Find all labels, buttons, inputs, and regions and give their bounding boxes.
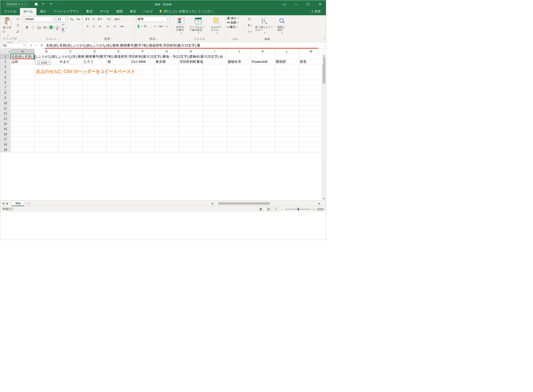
cell[interactable] [59,126,83,132]
cell[interactable] [35,101,59,106]
cell[interactable] [203,70,227,75]
cell[interactable] [251,116,275,121]
cell[interactable] [227,126,251,132]
row-header-5[interactable]: 5 [0,75,11,80]
cell-styles-button[interactable]: セルのスタイル▾ [210,16,223,35]
cell[interactable] [299,75,323,80]
cell[interactable] [107,116,131,121]
row-header-15[interactable]: 15 [0,126,11,132]
column-header-M[interactable]: M [299,49,323,54]
row-header-7[interactable]: 7 [0,85,11,90]
zoom-out-icon[interactable]: − [281,208,283,211]
column-header-F[interactable]: F [131,49,155,54]
cell-A2[interactable]: 山田 [11,59,35,64]
insert-cells-button[interactable]: ➕挿入▾ [227,16,239,20]
cell[interactable] [275,126,299,132]
cell[interactable] [179,111,203,116]
cell[interactable] [83,126,107,132]
spreadsheet-grid[interactable]: ABCDEFGHIJKLM 12345678910111213141516171… [0,49,326,200]
cell[interactable] [251,80,275,85]
sheet-nav-next-icon[interactable]: ▶ [6,202,9,205]
cell[interactable] [131,137,155,142]
cell[interactable] [35,85,59,90]
cell[interactable] [11,70,35,75]
cell[interactable] [299,106,323,111]
cell[interactable] [275,116,299,121]
column-header-L[interactable]: L [275,49,299,54]
cell[interactable] [251,95,275,101]
accounting-format-icon[interactable]: 💲▾ [136,24,142,29]
tab-view[interactable]: 表示 [126,8,140,15]
format-painter-icon[interactable]: 🖌 [15,29,21,34]
underline-button[interactable]: U▾ [36,25,42,30]
cell[interactable] [59,121,83,126]
cell[interactable] [59,137,83,142]
cell[interactable] [179,147,203,152]
cell[interactable] [299,101,323,106]
cell[interactable] [203,142,227,147]
cell[interactable] [59,95,83,101]
fill-icon[interactable]: ⬇▾ [247,22,253,28]
cell[interactable] [59,85,83,90]
formula-cancel-icon[interactable]: ✕ [30,43,33,47]
number-format-combo[interactable]: 標準▾ [136,16,170,22]
sort-filter-button[interactable]: AZ 並べ替えとフィルター▾ [254,16,275,35]
cell[interactable] [35,106,59,111]
tab-home[interactable]: ホーム [20,8,36,15]
cell[interactable] [11,111,35,116]
cell[interactable] [275,85,299,90]
cell[interactable] [299,126,323,132]
cell[interactable] [35,80,59,85]
cell[interactable] [107,121,131,126]
cell[interactable] [155,142,179,147]
cell[interactable] [299,116,323,121]
row-header-9[interactable]: 9 [0,95,11,101]
share-button[interactable]: ⇪ 共有 [308,8,323,15]
cell[interactable] [179,85,203,90]
align-middle-icon[interactable]: ≡ [91,16,96,22]
cell[interactable] [251,106,275,111]
cell[interactable] [83,147,107,152]
cell[interactable] [107,90,131,95]
cell-L2[interactable]: 開発部 [275,59,299,64]
cell-D2[interactable]: たろう [83,59,107,64]
cell[interactable] [227,137,251,142]
conditional-formatting-button[interactable]: 条件付き書式▾ [175,16,187,35]
new-sheet-button[interactable]: + [26,201,31,206]
cell[interactable] [299,90,323,95]
row-header-17[interactable]: 17 [0,137,11,142]
fill-color-button[interactable]: 🪣▾ [49,25,55,30]
cell-K2[interactable]: Powershift [251,59,275,64]
cell[interactable] [251,75,275,80]
align-bottom-icon[interactable]: ⬇≡ [97,16,103,22]
cell[interactable] [155,147,179,152]
cell[interactable] [107,85,131,90]
cell[interactable] [131,142,155,147]
cell[interactable] [275,121,299,126]
tab-pagelayout[interactable]: ページ レイアウト [50,8,83,15]
cell[interactable] [131,116,155,121]
cell[interactable] [83,137,107,142]
cell[interactable] [227,90,251,95]
cell[interactable] [299,70,323,75]
cell[interactable] [107,95,131,101]
cell[interactable] [11,142,35,147]
cell[interactable] [11,121,35,126]
cell[interactable] [227,80,251,85]
cell[interactable] [11,116,35,121]
cell[interactable] [179,106,203,111]
cell[interactable] [131,126,155,132]
minimize-icon[interactable]: — [290,0,302,8]
cell[interactable] [59,142,83,147]
close-icon[interactable]: ✕ [314,0,326,8]
cell[interactable] [275,75,299,80]
cell[interactable] [227,132,251,137]
page-break-view-icon[interactable]: ▯ [273,207,279,212]
cell[interactable] [275,137,299,142]
row-header-2[interactable]: 2 [0,59,11,64]
row-header-6[interactable]: 6 [0,80,11,85]
cell[interactable] [251,70,275,75]
clipboard-launcher-icon[interactable]: ⤡ [19,39,21,42]
cell[interactable] [35,95,59,101]
cell[interactable] [227,106,251,111]
